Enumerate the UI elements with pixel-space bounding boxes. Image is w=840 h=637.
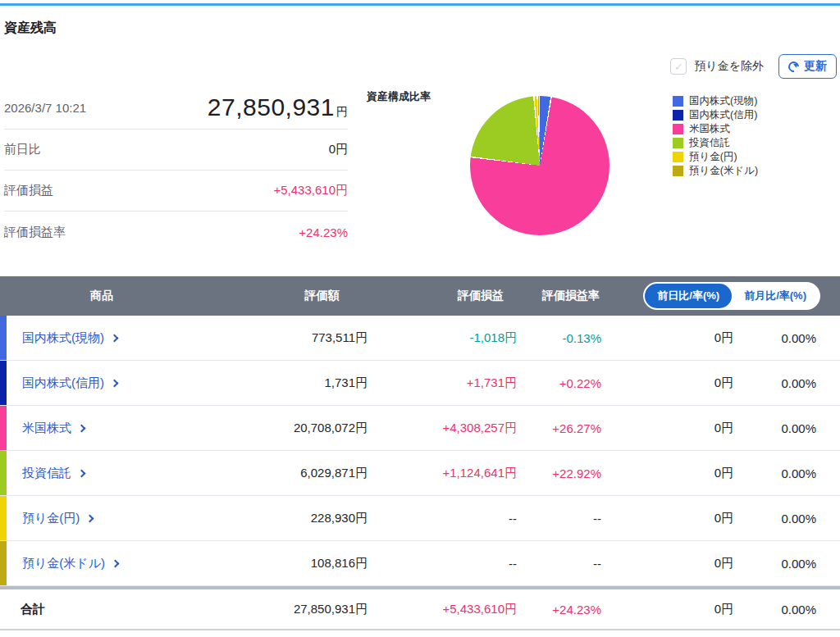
category-color-stripe xyxy=(0,541,7,585)
checkmark-icon: ✓ xyxy=(674,61,683,72)
chevron-right-icon xyxy=(86,514,94,522)
table-body: 国内株式(現物)773,511円-1,018円-0.13%0円0.00%国内株式… xyxy=(0,316,840,586)
toggle-month-change-button[interactable]: 前月比/率(%) xyxy=(732,284,819,308)
total-row: 合計 27,850,931円 +5,433,610円 +24.23% 0円 0.… xyxy=(0,589,840,630)
legend-swatch xyxy=(673,110,683,121)
legend-label: 投資信託 xyxy=(689,136,730,150)
day-change-cell: 0円 xyxy=(603,375,734,391)
day-rate-cell: 0.00% xyxy=(734,421,840,435)
chevron-right-icon xyxy=(111,379,119,387)
legend-label: 預り金(円) xyxy=(689,150,737,164)
col-header-pl: 評価損益 xyxy=(369,289,525,303)
category-color-stripe xyxy=(0,451,7,495)
table-header-row: 商品 評価額 評価損益 評価損益率 前日比/率(%) 前月比/率(%) xyxy=(0,276,840,316)
total-valuation: 27,850,931円 xyxy=(275,602,369,617)
product-link[interactable]: 預り金(円) xyxy=(22,511,94,526)
total-day-rate: 0.00% xyxy=(734,603,840,617)
chevron-right-icon xyxy=(78,424,86,432)
category-color-stripe xyxy=(0,406,7,450)
pl-rate-cell: +0.22% xyxy=(525,376,603,390)
day-rate-cell: 0.00% xyxy=(734,331,840,345)
refresh-button[interactable]: 更新 xyxy=(778,54,837,79)
holdings-table: 商品 評価額 評価損益 評価損益率 前日比/率(%) 前月比/率(%) 国内株式… xyxy=(0,276,840,630)
summary-total-row: 2026/3/7 10:21 27,850,931円 xyxy=(4,86,348,130)
table-row: 預り金(円)228,930円----0円0.00% xyxy=(0,496,840,541)
pl-cell: -- xyxy=(369,557,525,571)
day-change-cell: 0円 xyxy=(603,421,734,436)
pl-value: +5,433,610円 xyxy=(274,183,349,198)
day-rate-cell: 0.00% xyxy=(734,557,840,571)
legend-swatch xyxy=(673,138,683,148)
legend-item: 米国株式 xyxy=(673,122,758,136)
period-toggle-group: 前日比/率(%) 前月比/率(%) xyxy=(643,282,820,310)
summary-panel: 2026/3/7 10:21 27,850,931円 前日比 0円 評価損益 +… xyxy=(4,86,348,253)
category-color-stripe xyxy=(0,361,7,405)
asset-composition-pie-chart xyxy=(470,96,609,235)
page-title: 資産残高 xyxy=(4,20,57,37)
checkbox-box[interactable]: ✓ xyxy=(670,58,687,75)
legend-label: 預り金(米ドル) xyxy=(689,164,758,178)
product-cell: 預り金(円) xyxy=(0,511,275,526)
day-change-value: 0円 xyxy=(329,142,348,157)
product-cell: 国内株式(信用) xyxy=(0,375,275,391)
total-balance: 27,850,931円 xyxy=(208,93,348,121)
product-cell: 国内株式(現物) xyxy=(0,330,275,346)
product-link[interactable]: 国内株式(信用) xyxy=(22,375,119,391)
summary-row-day-change: 前日比 0円 xyxy=(4,130,348,171)
day-change-cell: 0円 xyxy=(603,511,734,526)
legend-label: 国内株式(信用) xyxy=(689,108,757,122)
legend-item: 国内株式(信用) xyxy=(673,108,758,122)
table-row: 国内株式(信用)1,731円+1,731円+0.22%0円0.00% xyxy=(0,361,840,406)
pie-chart-legend: 国内株式(現物)国内株式(信用)米国株式投資信託預り金(円)預り金(米ドル) xyxy=(673,94,758,178)
day-rate-cell: 0.00% xyxy=(734,512,840,526)
col-header-valuation: 評価額 xyxy=(275,289,369,303)
legend-swatch xyxy=(673,166,683,176)
product-link[interactable]: 国内株式(現物) xyxy=(22,330,119,346)
pl-cell: +4,308,257円 xyxy=(369,421,525,436)
pl-rate-cell: -- xyxy=(525,557,603,571)
product-link[interactable]: 投資信託 xyxy=(22,466,86,481)
pl-cell: -1,018円 xyxy=(369,330,525,346)
toggle-day-change-button[interactable]: 前日比/率(%) xyxy=(645,284,732,308)
legend-label: 国内株式(現物) xyxy=(689,94,757,108)
product-link[interactable]: 預り金(米ドル) xyxy=(22,556,120,571)
pl-rate-cell: -0.13% xyxy=(525,331,603,345)
table-row: 国内株式(現物)773,511円-1,018円-0.13%0円0.00% xyxy=(0,316,840,361)
header-controls: ✓ 預り金を除外 更新 xyxy=(670,54,837,79)
total-pl-rate: +24.23% xyxy=(525,603,603,617)
valuation-cell: 228,930円 xyxy=(275,511,369,526)
chevron-right-icon xyxy=(112,559,120,567)
exclude-deposit-checkbox[interactable]: ✓ 預り金を除外 xyxy=(670,58,764,75)
product-cell: 預り金(米ドル) xyxy=(0,556,275,571)
pl-cell: +1,124,641円 xyxy=(369,466,525,481)
timestamp: 2026/3/7 10:21 xyxy=(4,101,86,115)
day-change-cell: 0円 xyxy=(603,556,734,571)
period-toggle: 前日比/率(%) 前月比/率(%) xyxy=(603,282,840,310)
pl-rate-cell: +22.92% xyxy=(525,466,603,480)
asset-balance-page: 資産残高 ✓ 預り金を除外 更新 2026/3/7 10:21 27,850,9… xyxy=(0,0,840,637)
product-cell: 米国株式 xyxy=(0,421,275,436)
col-header-product: 商品 xyxy=(0,289,275,303)
day-rate-cell: 0.00% xyxy=(734,376,840,390)
legend-item: 預り金(米ドル) xyxy=(673,164,758,178)
checkbox-label: 預り金を除外 xyxy=(694,59,764,74)
table-row: 投資信託6,029,871円+1,124,641円+22.92%0円0.00% xyxy=(0,451,840,496)
legend-swatch xyxy=(673,124,683,134)
product-link[interactable]: 米国株式 xyxy=(22,421,86,436)
category-color-stripe xyxy=(0,316,7,360)
pl-cell: -- xyxy=(369,512,525,526)
pl-cell: +1,731円 xyxy=(369,375,525,391)
top-accent-bar xyxy=(0,3,840,6)
valuation-cell: 1,731円 xyxy=(275,375,369,391)
valuation-cell: 20,708,072円 xyxy=(275,421,369,436)
summary-row-pl-rate: 評価損益率 +24.23% xyxy=(4,212,348,253)
pl-rate-cell: +26.27% xyxy=(525,421,603,435)
day-change-cell: 0円 xyxy=(603,330,734,346)
pl-rate-value: +24.23% xyxy=(299,225,348,239)
chevron-right-icon xyxy=(111,334,119,342)
table-row: 預り金(米ドル)108,816円----0円0.00% xyxy=(0,541,840,586)
legend-item: 国内株式(現物) xyxy=(673,94,758,108)
day-change-cell: 0円 xyxy=(603,466,734,481)
col-header-pl-rate: 評価損益率 xyxy=(525,289,603,303)
refresh-label: 更新 xyxy=(804,59,827,74)
